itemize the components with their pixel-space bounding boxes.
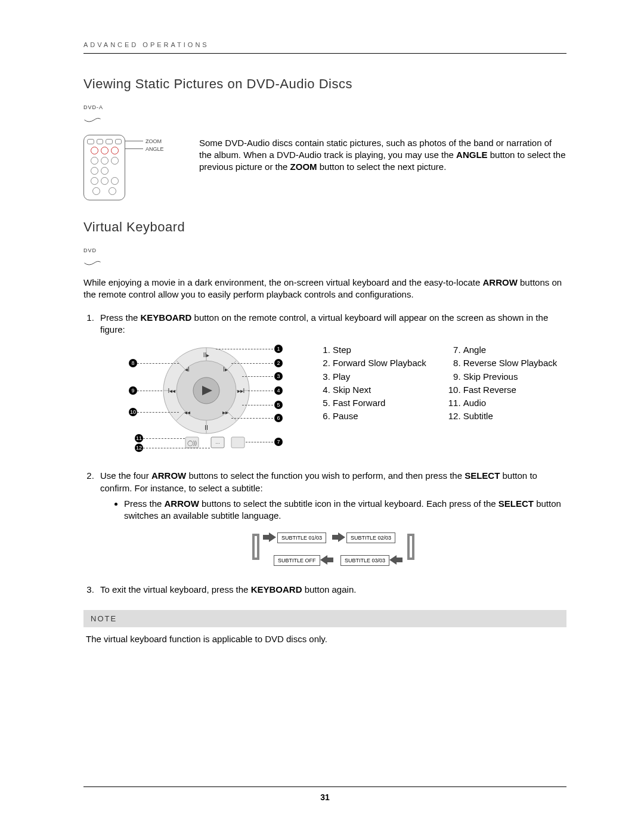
subtitle-state: SUBTITLE 03/03 bbox=[340, 555, 389, 566]
subtitle-cycle-diagram: SUBTITLE 01/03 SUBTITLE 02/03 SUBTITLE O… bbox=[238, 530, 429, 575]
instruction-list: Press the KEYBOARD button on the remote … bbox=[97, 312, 566, 596]
svg-rect-24 bbox=[231, 437, 244, 448]
page-header: ADVANCED OPERATIONS bbox=[83, 41, 566, 54]
legend-item: Forward Slow Playback bbox=[333, 357, 426, 369]
remote-outline bbox=[83, 135, 125, 200]
step-2-bullet: Press the ARROW buttons to select the su… bbox=[124, 498, 566, 522]
legend-item: Fast Reverse bbox=[463, 384, 558, 396]
swoosh-icon bbox=[83, 259, 101, 267]
legend-item: Pause bbox=[333, 410, 426, 422]
virtual-keyboard-diagram: II▸ II I◂◂ ▸▸I ◂I I▸ ◂◂ ▸▸ ◯)) ··· bbox=[129, 343, 296, 459]
svg-rect-34 bbox=[253, 535, 258, 559]
svg-rect-29 bbox=[408, 535, 413, 559]
legend-item: Play bbox=[333, 371, 426, 383]
svg-text:I◂◂: I◂◂ bbox=[168, 388, 176, 394]
svg-text:▸▸I: ▸▸I bbox=[237, 388, 245, 394]
svg-text:◂◂: ◂◂ bbox=[184, 409, 190, 416]
subtitle-state: SUBTITLE OFF bbox=[274, 555, 320, 566]
note-body: The virtual keyboard function is applica… bbox=[83, 627, 566, 651]
legend: Step Forward Slow Playback Play Skip Nex… bbox=[320, 343, 566, 459]
note-title: NOTE bbox=[83, 610, 566, 628]
page-number: 31 bbox=[83, 786, 566, 803]
svg-text:···: ··· bbox=[215, 440, 220, 446]
svg-rect-25 bbox=[263, 535, 269, 540]
svg-rect-30 bbox=[397, 558, 402, 562]
svg-text:▸▸: ▸▸ bbox=[222, 409, 228, 416]
dvd-badge: DVD bbox=[83, 243, 566, 270]
step-2: Use the four ARROW buttons to select the… bbox=[97, 470, 566, 575]
svg-marker-31 bbox=[389, 555, 397, 565]
legend-item: Subtitle bbox=[463, 410, 558, 422]
note-box: NOTE The virtual keyboard function is ap… bbox=[83, 610, 566, 652]
legend-item: Step bbox=[333, 344, 426, 356]
step-3: To exit the virtual keyboard, press the … bbox=[97, 584, 566, 596]
section2-title: Virtual Keyboard bbox=[83, 218, 566, 236]
svg-marker-26 bbox=[269, 532, 276, 542]
legend-item: Angle bbox=[463, 344, 558, 356]
legend-item: Skip Previous bbox=[463, 371, 558, 383]
zoom-label: ZOOM bbox=[145, 138, 162, 145]
svg-marker-33 bbox=[320, 555, 327, 565]
svg-rect-27 bbox=[332, 535, 338, 540]
section1-paragraph: Some DVD-Audio discs contain static pict… bbox=[199, 135, 566, 200]
step-1: Press the KEYBOARD button on the remote … bbox=[97, 312, 566, 460]
dvda-badge: DVD-A bbox=[83, 100, 566, 126]
remote-diagram: ZOOM ANGLE bbox=[83, 135, 185, 200]
svg-text:II▸: II▸ bbox=[203, 352, 210, 358]
svg-rect-32 bbox=[327, 558, 333, 562]
svg-text:◂I: ◂I bbox=[185, 366, 190, 373]
section1-title: Viewing Static Pictures on DVD-Audio Dis… bbox=[83, 75, 566, 93]
section2-intro: While enjoying a movie in a dark environ… bbox=[83, 277, 566, 301]
svg-text:II: II bbox=[205, 424, 208, 431]
legend-item: Audio bbox=[463, 397, 558, 409]
subtitle-state: SUBTITLE 02/03 bbox=[346, 532, 395, 543]
svg-text:◯)): ◯)) bbox=[187, 440, 197, 447]
svg-text:I▸: I▸ bbox=[223, 366, 228, 373]
swoosh-icon bbox=[83, 116, 101, 123]
legend-item: Fast Forward bbox=[333, 397, 426, 409]
svg-marker-28 bbox=[338, 532, 345, 542]
angle-label: ANGLE bbox=[145, 145, 164, 153]
legend-item: Reverse Slow Playback bbox=[463, 357, 558, 369]
subtitle-state: SUBTITLE 01/03 bbox=[277, 532, 326, 543]
legend-item: Skip Next bbox=[333, 384, 426, 396]
